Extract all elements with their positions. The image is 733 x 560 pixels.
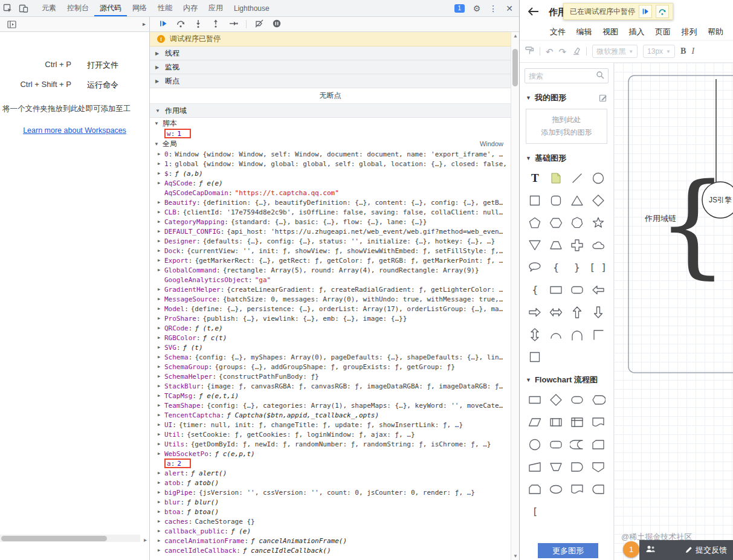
scroll-down-icon[interactable]: ▼ [511, 553, 520, 559]
scope-variable-row[interactable]: ▶StackBlur:{image: ƒ, canvasRGBA: ƒ, can… [150, 381, 511, 391]
scope-variable-row[interactable]: ▶bigPipe:{jsVersion: '', cssVersion: '',… [150, 488, 511, 497]
expand-icon[interactable]: ▶ [158, 364, 163, 369]
shape-hexagon[interactable] [546, 214, 567, 231]
font-family-select[interactable]: 微软雅黑▼ [592, 45, 638, 58]
notification-badge[interactable]: 1 [623, 541, 639, 558]
menu-item-3[interactable]: 视图 [602, 27, 618, 37]
shape-diamond[interactable] [587, 191, 609, 209]
overlay-resume-icon[interactable] [639, 5, 652, 18]
devtools-tab-3[interactable]: 源代码 [94, 0, 127, 16]
shape-arrow-down[interactable] [587, 303, 609, 321]
settings-gear-icon[interactable]: ⚙ [473, 4, 481, 13]
deactivate-breakpoints-icon[interactable] [254, 19, 264, 30]
scope-global-header[interactable]: ▼全局Window [150, 138, 511, 149]
scope-variable-row[interactable]: ▶TeamShape:{config: {…}, categories: Arr… [150, 401, 511, 410]
shape-arrow-lr[interactable] [546, 303, 567, 321]
scope-variable-row[interactable]: ▶0:Window {window: Window, self: Window,… [150, 149, 511, 159]
shape-rounded-rect[interactable] [567, 281, 588, 298]
scope-variable-row[interactable]: ▶GlobalCommand:{rectangle: Array(5), rou… [150, 265, 511, 275]
expand-icon[interactable]: ▶ [158, 442, 163, 446]
clear-format-icon[interactable] [572, 47, 581, 57]
shape-search-input[interactable] [529, 72, 596, 80]
scope-script-header[interactable]: ▼脚本 [150, 118, 511, 129]
expand-icon[interactable]: ▶ [158, 393, 163, 398]
inspect-element-icon[interactable] [0, 1, 16, 16]
expand-icon[interactable]: ▶ [158, 345, 163, 350]
scope-variable-row[interactable]: ▶Beautify:{definition: {…}, beautifyDefi… [150, 198, 511, 207]
scope-variable-row[interactable]: ▶MessageSource:{batchSize: 0, messages: … [150, 294, 511, 304]
expand-icon[interactable]: ▶ [158, 500, 163, 504]
scope-variable-row[interactable]: ▶blur:ƒ blur() [150, 497, 511, 507]
scope-variable-row[interactable]: ▶CLB:{clientId: '17e7594d8e2c9b', isOffL… [150, 207, 511, 217]
my-shapes-drop-zone[interactable]: 拖到此处 添加到我的图形 [526, 109, 607, 144]
scrollbar-thumb[interactable] [512, 49, 518, 86]
step-into-icon[interactable] [193, 19, 203, 30]
shape-arrow-right[interactable] [525, 303, 546, 321]
shape-diamond[interactable] [546, 391, 567, 408]
shape-square[interactable] [525, 348, 546, 365]
shape-line[interactable] [567, 169, 588, 187]
scope-variable-row[interactable]: ▶Util:{setCookie: ƒ, getCookies: ƒ, logi… [150, 430, 511, 439]
expand-icon[interactable]: ▶ [158, 326, 163, 330]
expand-icon[interactable]: ▶ [158, 490, 163, 495]
expand-icon[interactable]: ▶ [158, 374, 163, 379]
expand-icon[interactable]: ▶ [158, 258, 163, 263]
redo-icon[interactable]: ↷ [559, 47, 567, 56]
device-toolbar-icon[interactable] [16, 1, 31, 16]
devtools-tab-7[interactable]: 应用 [203, 0, 228, 16]
scope-variable-row[interactable]: ▶Dock:{currentView: '', init: ƒ, showVie… [150, 246, 511, 256]
scope-variable-row[interactable]: ▶AqSCodeCapDomain:"https://t.captcha.qq.… [150, 188, 511, 198]
flowchart-shapes-header[interactable]: ▼ Flowchart 流程图 [526, 375, 607, 385]
expand-icon[interactable]: ▶ [158, 335, 163, 340]
shape-heptagon[interactable] [567, 214, 588, 231]
canvas-text-label[interactable]: 作用域链 [644, 214, 676, 223]
expand-icon[interactable]: ▶ [158, 161, 163, 166]
expand-icon[interactable]: ▶ [158, 287, 163, 292]
scope-variable-row[interactable]: ▶1:global {window: Window, global: globa… [150, 159, 511, 169]
section-breakpoints[interactable]: ▶断点 [150, 74, 511, 88]
menu-item-5[interactable]: 页面 [655, 27, 671, 37]
shape-parallelogram[interactable] [525, 413, 546, 431]
scope-variable-row[interactable]: ▶callback_public:ƒ (e) [150, 526, 511, 536]
back-icon[interactable] [527, 7, 539, 18]
expand-icon[interactable]: ▶ [158, 471, 163, 475]
expand-icon[interactable]: ▶ [158, 548, 163, 553]
scope-variable-row[interactable]: ▶AqSCode:ƒ e(e) [150, 178, 511, 188]
shape-ellipse[interactable] [546, 480, 567, 498]
shape-pentagon[interactable] [525, 214, 546, 231]
scope-variable-row[interactable]: ▶btoa:ƒ btoa() [150, 507, 511, 517]
my-shapes-header[interactable]: ▼ 我的图形 [526, 92, 607, 103]
scope-variable-row[interactable]: ▶Model:{define: {…}, persistence: {…}, o… [150, 304, 511, 314]
step-over-icon[interactable] [176, 19, 186, 30]
step-out-icon[interactable] [211, 19, 221, 30]
shape-arc[interactable] [546, 326, 567, 343]
resume-script-icon[interactable] [158, 19, 168, 30]
shape-card[interactable] [587, 436, 609, 453]
shape-arrow-up[interactable] [567, 303, 588, 321]
shape-manual-input[interactable] [525, 458, 546, 475]
basic-shapes-header[interactable]: ▼ 基础图形 [526, 153, 607, 164]
expand-icon[interactable]: ▶ [158, 403, 163, 408]
expand-icon[interactable]: ▶ [158, 519, 163, 524]
shape-trapezoid[interactable] [546, 236, 567, 254]
devtools-tab-5[interactable]: 性能 [152, 0, 178, 16]
scope-variable-row[interactable]: ▶cancelAnimationFrame:ƒ cancelAnimationF… [150, 536, 511, 546]
expand-icon[interactable]: ▶ [158, 297, 163, 301]
close-devtools-icon[interactable]: ✕ [506, 4, 513, 13]
expand-icon[interactable]: ▶ [158, 538, 163, 543]
pane-expand-icon[interactable]: ▸ [144, 536, 147, 543]
devtools-tab-2[interactable]: 控制台 [62, 0, 94, 16]
scope-variable-row[interactable]: ▶Utils:{getDomById: ƒ, newId: ƒ, randomN… [150, 439, 511, 449]
navigator-collapse-icon[interactable]: ▸ [143, 21, 146, 27]
expand-icon[interactable]: ▶ [158, 451, 163, 456]
shape-text[interactable]: T [525, 169, 546, 187]
edit-my-shapes-icon[interactable] [599, 94, 607, 102]
expand-icon[interactable]: ▶ [158, 413, 163, 417]
menu-item-4[interactable]: 插入 [629, 27, 645, 37]
expand-icon[interactable]: ▶ [158, 316, 163, 321]
feedback-button[interactable]: 提交反馈 [685, 545, 727, 556]
menu-item-1[interactable]: 文件 [550, 27, 566, 37]
more-shapes-button[interactable]: 更多图形 [538, 543, 598, 558]
scope-variable-row[interactable]: ▶DEFAULT_CONFIG:{api_host: 'https://u.zh… [150, 227, 511, 236]
scope-variable-row[interactable]: ▶cancelIdleCallback:ƒ cancelIdleCallback… [150, 546, 511, 555]
